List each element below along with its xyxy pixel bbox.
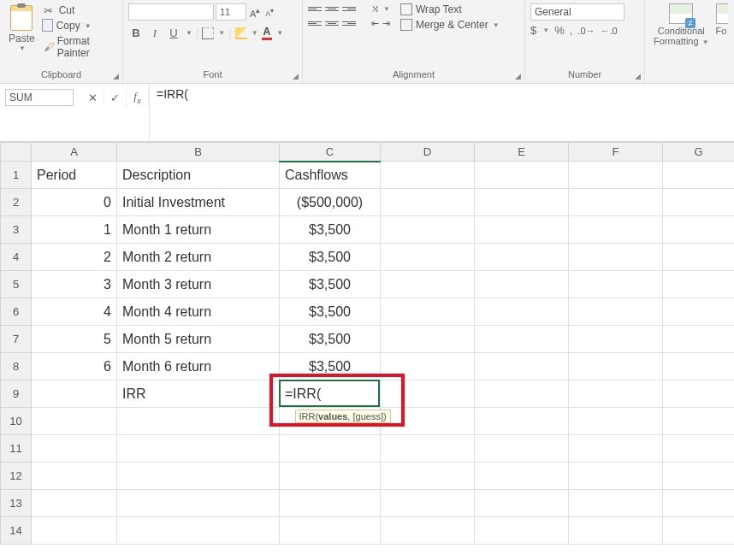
cell-F9[interactable]	[569, 380, 663, 408]
cell-D8[interactable]	[381, 353, 475, 380]
italic-button[interactable]: I	[147, 27, 163, 40]
cell-D1[interactable]	[381, 162, 475, 189]
align-bottom-button[interactable]	[342, 4, 356, 15]
cell-A7[interactable]: 5	[32, 326, 117, 353]
cell-C6[interactable]: $3,500	[280, 298, 381, 326]
cell-F11[interactable]	[569, 435, 663, 463]
row-header-4[interactable]: 4	[1, 244, 32, 271]
cell-G10[interactable]	[663, 408, 735, 435]
format-as-table-button[interactable]: Fo	[713, 3, 728, 36]
row-header-1[interactable]: 1	[1, 162, 32, 189]
borders-button[interactable]	[202, 27, 214, 39]
increase-font-button[interactable]: A▴	[248, 5, 262, 19]
cell-D14[interactable]	[381, 517, 475, 545]
align-top-button[interactable]	[308, 4, 322, 15]
cell-E2[interactable]	[475, 189, 569, 216]
cell-F5[interactable]	[569, 271, 663, 298]
cell-D9[interactable]	[381, 380, 475, 408]
dialog-launcher-icon[interactable]: ◢	[635, 72, 641, 80]
cell-C2[interactable]: ($500,000)	[280, 189, 381, 216]
row-header-12[interactable]: 12	[1, 463, 32, 490]
cell-D7[interactable]	[381, 326, 475, 353]
cell-D3[interactable]	[381, 216, 475, 244]
cell-A2[interactable]: 0	[32, 189, 117, 216]
cell-E12[interactable]	[475, 463, 569, 490]
formula-input[interactable]: =IRR(	[149, 84, 734, 141]
cell-E8[interactable]	[475, 353, 569, 380]
underline-button[interactable]: U	[166, 27, 181, 39]
cell-G1[interactable]	[663, 162, 735, 189]
decrease-decimal-button[interactable]: ←.0	[601, 26, 618, 36]
dialog-launcher-icon[interactable]: ◢	[515, 72, 521, 80]
cell-A6[interactable]: 4	[32, 298, 117, 326]
comma-button[interactable]: ,	[570, 24, 573, 37]
cell-E11[interactable]	[475, 435, 569, 463]
increase-decimal-button[interactable]: .0→	[577, 26, 595, 36]
row-header-2[interactable]: 2	[1, 189, 32, 216]
row-header-3[interactable]: 3	[1, 216, 32, 244]
align-middle-button[interactable]	[325, 4, 339, 15]
dialog-launcher-icon[interactable]: ◢	[293, 72, 299, 80]
row-header-5[interactable]: 5	[1, 271, 32, 298]
copy-button[interactable]: Copy▼	[42, 19, 117, 32]
cell-B11[interactable]	[117, 435, 280, 463]
font-color-button[interactable]: A	[262, 26, 273, 40]
conditional-formatting-button[interactable]: Conditional Formatting ▼	[650, 3, 713, 46]
percent-button[interactable]: %	[554, 24, 565, 37]
cell-E3[interactable]	[475, 216, 569, 244]
cell-C11[interactable]	[280, 435, 381, 463]
currency-button[interactable]: $	[530, 24, 536, 37]
paste-button[interactable]: Paste ▼	[5, 3, 38, 54]
cell-E5[interactable]	[475, 271, 569, 298]
orientation-button[interactable]: ⤭	[371, 3, 379, 15]
cell-D5[interactable]	[381, 271, 475, 298]
cell-G14[interactable]	[663, 517, 735, 545]
cell-G8[interactable]	[663, 353, 735, 380]
row-header-10[interactable]: 10	[1, 408, 32, 435]
column-header-F[interactable]: F	[569, 143, 663, 162]
cell-G3[interactable]	[663, 216, 735, 244]
cell-A12[interactable]	[32, 463, 117, 490]
cell-B10[interactable]	[117, 408, 280, 435]
column-header-B[interactable]: B	[117, 143, 280, 162]
cell-C7[interactable]: $3,500	[280, 326, 381, 353]
dialog-launcher-icon[interactable]: ◢	[113, 72, 119, 80]
cut-button[interactable]: Cut	[42, 3, 117, 17]
cell-E13[interactable]	[475, 490, 569, 517]
increase-indent-button[interactable]: ⇥	[382, 18, 390, 29]
spreadsheet-grid[interactable]: ABCDEFG 1PeriodDescriptionCashflows20Ini…	[0, 142, 734, 545]
row-header-6[interactable]: 6	[1, 298, 32, 326]
row-header-8[interactable]: 8	[1, 353, 32, 380]
cell-A3[interactable]: 1	[32, 216, 117, 244]
cell-A5[interactable]: 3	[32, 271, 117, 298]
cell-A10[interactable]	[32, 408, 117, 435]
cell-G2[interactable]	[663, 189, 735, 216]
cell-C8[interactable]: $3,500	[280, 353, 381, 380]
cell-F14[interactable]	[569, 517, 663, 545]
cell-B13[interactable]	[117, 490, 280, 517]
enter-formula-button[interactable]: ✓	[104, 89, 127, 106]
cell-F6[interactable]	[569, 298, 663, 326]
cell-A4[interactable]: 2	[32, 244, 117, 271]
cell-F12[interactable]	[569, 463, 663, 490]
cell-C5[interactable]: $3,500	[280, 271, 381, 298]
cell-G6[interactable]	[663, 298, 735, 326]
cancel-formula-button[interactable]: ✕	[82, 89, 104, 106]
cell-C4[interactable]: $3,500	[280, 244, 381, 271]
cell-D13[interactable]	[381, 490, 475, 517]
decrease-indent-button[interactable]: ⇤	[371, 18, 379, 29]
font-family-select[interactable]	[128, 3, 214, 21]
cell-B1[interactable]: Description	[117, 162, 280, 189]
cell-A13[interactable]	[32, 490, 117, 517]
cell-F4[interactable]	[569, 244, 663, 271]
column-header-D[interactable]: D	[381, 143, 475, 162]
cell-E9[interactable]	[475, 380, 569, 408]
align-right-button[interactable]	[342, 19, 356, 29]
cell-D6[interactable]	[381, 298, 475, 326]
cell-C9[interactable]: =IRR(	[280, 380, 381, 408]
cell-F2[interactable]	[569, 189, 663, 216]
cell-C12[interactable]	[280, 463, 381, 490]
cell-C1[interactable]: Cashflows	[280, 162, 381, 189]
cell-D2[interactable]	[381, 189, 475, 216]
cell-F3[interactable]	[569, 216, 663, 244]
